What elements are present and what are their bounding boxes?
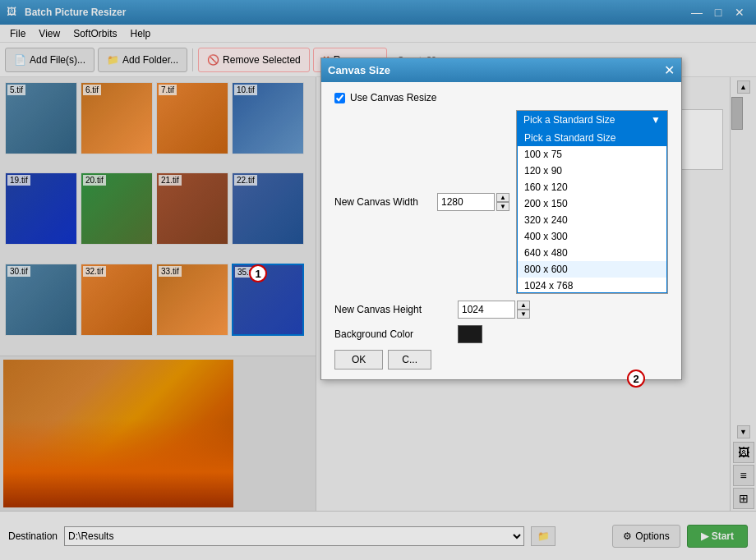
modal-title-bar: Canvas Size ✕ — [321, 58, 681, 82]
canvas-height-spin-up[interactable]: ▲ — [517, 301, 530, 310]
modal-body: Use Canvas Resize New Canvas Width ▲ ▼ — [321, 82, 681, 379]
standard-size-dropdown: Pick a Standard Size ▼ Pick a Standard S… — [516, 110, 668, 294]
bg-color-swatch[interactable] — [458, 325, 482, 343]
modal-overlay: Canvas Size ✕ Use Canvas Resize New Canv… — [0, 0, 756, 560]
use-canvas-checkbox[interactable] — [334, 93, 345, 103]
modal-cancel-button[interactable]: C... — [388, 350, 431, 370]
dropdown-item-160x120[interactable]: 160 x 120 — [518, 179, 666, 195]
annotation-badge-1: 1 — [249, 264, 267, 282]
modal-buttons: OK C... — [334, 350, 668, 370]
dropdown-item-120x90[interactable]: 120 x 90 — [518, 163, 666, 179]
dropdown-item-400x300[interactable]: 400 x 300 — [518, 228, 666, 245]
canvas-height-row: New Canvas Height ▲ ▼ — [334, 301, 668, 319]
canvas-height-spin-down[interactable]: ▼ — [517, 310, 530, 319]
standard-size-dropdown-container: Pick a Standard Size ▼ Pick a Standard S… — [516, 110, 668, 294]
dropdown-selected-label: Pick a Standard Size — [523, 114, 615, 126]
canvas-width-spin-up[interactable]: ▲ — [496, 193, 509, 202]
bg-color-row: Background Color — [334, 325, 668, 343]
canvas-width-input-group: ▲ ▼ — [437, 193, 509, 211]
use-canvas-label: Use Canvas Resize — [350, 92, 436, 103]
canvas-width-row: New Canvas Width ▲ ▼ Pick a Standard Siz… — [334, 110, 668, 294]
dropdown-item-320x240[interactable]: 320 x 240 — [518, 212, 666, 228]
modal-ok-button[interactable]: OK — [334, 350, 383, 370]
dropdown-item-640x480[interactable]: 640 x 480 — [518, 245, 666, 261]
canvas-height-label: New Canvas Height — [334, 304, 458, 315]
canvas-width-label: New Canvas Width — [334, 196, 437, 208]
modal-close-button[interactable]: ✕ — [664, 62, 675, 78]
canvas-width-input[interactable] — [437, 193, 495, 211]
bg-color-label: Background Color — [334, 328, 458, 340]
use-canvas-resize-row: Use Canvas Resize — [334, 92, 668, 103]
dropdown-item-800x600[interactable]: 800 x 600 — [518, 261, 666, 278]
dropdown-header[interactable]: Pick a Standard Size ▼ — [517, 111, 667, 129]
dropdown-arrow-icon: ▼ — [651, 114, 661, 126]
dropdown-item-200x150[interactable]: 200 x 150 — [518, 195, 666, 212]
canvas-size-modal: Canvas Size ✕ Use Canvas Resize New Canv… — [320, 57, 682, 380]
dropdown-list: Pick a Standard Size 100 x 75 120 x 90 1… — [517, 129, 667, 293]
dropdown-item-1024x768[interactable]: 1024 x 768 — [518, 278, 666, 293]
dropdown-item-100x75[interactable]: 100 x 75 — [518, 146, 666, 163]
canvas-height-input[interactable] — [458, 301, 515, 319]
canvas-height-input-group: ▲ ▼ — [458, 301, 530, 319]
annotation-badge-2: 2 — [627, 370, 645, 388]
modal-title: Canvas Size — [328, 64, 390, 76]
dropdown-item-pick[interactable]: Pick a Standard Size — [518, 130, 666, 146]
canvas-width-spin-down[interactable]: ▼ — [496, 202, 509, 211]
